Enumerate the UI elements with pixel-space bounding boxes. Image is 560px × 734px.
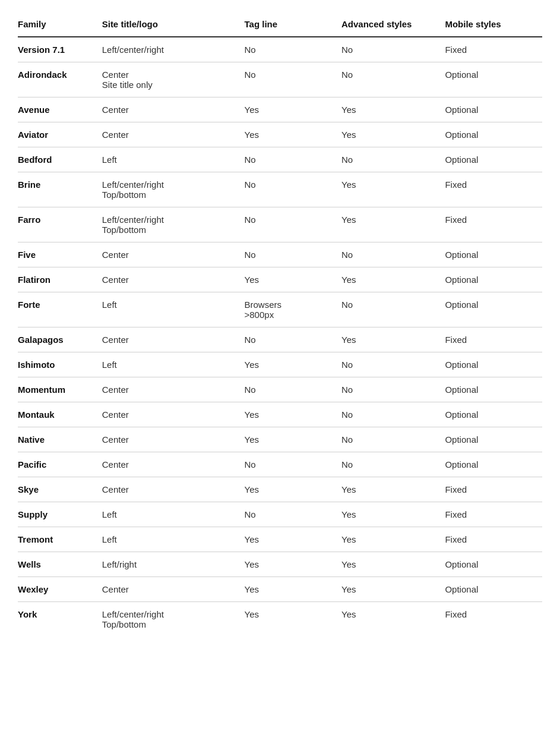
cell-mobile-styles: Optional: [445, 377, 542, 402]
cell-tag-line: Yes: [245, 477, 342, 502]
cell-mobile-styles: Optional: [445, 147, 542, 172]
cell-site-title: Left: [102, 527, 245, 552]
table-row: MomentumCenterNoNoOptional: [18, 377, 542, 402]
cell-mobile-styles: Fixed: [445, 477, 542, 502]
cell-mobile-styles: Fixed: [445, 37, 542, 62]
cell-site-title: CenterSite title only: [102, 62, 245, 97]
table-header-row: Family Site title/logo Tag line Advanced…: [18, 12, 542, 37]
cell-family: Forte: [18, 292, 102, 327]
cell-site-title: Left/center/rightTop/bottom: [102, 602, 245, 637]
cell-site-title: Left/center/rightTop/bottom: [102, 207, 245, 242]
cell-mobile-styles: Optional: [445, 97, 542, 122]
cell-mobile-styles: Optional: [445, 352, 542, 377]
cell-tag-line: No: [245, 207, 342, 242]
cell-mobile-styles: Fixed: [445, 502, 542, 527]
cell-tag-line: No: [245, 147, 342, 172]
cell-advanced-styles: No: [341, 352, 445, 377]
cell-advanced-styles: Yes: [341, 477, 445, 502]
cell-mobile-styles: Optional: [445, 62, 542, 97]
cell-mobile-styles: Fixed: [445, 602, 542, 637]
cell-mobile-styles: Fixed: [445, 327, 542, 352]
table-row: WexleyCenterYesYesOptional: [18, 577, 542, 602]
cell-family: Five: [18, 242, 102, 267]
table-row: PacificCenterNoNoOptional: [18, 452, 542, 477]
cell-family: Bedford: [18, 147, 102, 172]
cell-family: Pacific: [18, 452, 102, 477]
cell-family: Wexley: [18, 577, 102, 602]
cell-tag-line: Yes: [245, 552, 342, 577]
cell-mobile-styles: Optional: [445, 292, 542, 327]
table-row: SupplyLeftNoYesFixed: [18, 502, 542, 527]
table-row: BedfordLeftNoNoOptional: [18, 147, 542, 172]
table-row: BrineLeft/center/rightTop/bottomNoYesFix…: [18, 172, 542, 207]
header-family: Family: [18, 12, 102, 37]
table-row: FiveCenterNoNoOptional: [18, 242, 542, 267]
cell-site-title: Left: [102, 292, 245, 327]
cell-site-title: Center: [102, 242, 245, 267]
table-row: TremontLeftYesYesFixed: [18, 527, 542, 552]
cell-advanced-styles: Yes: [341, 97, 445, 122]
cell-tag-line: Yes: [245, 122, 342, 147]
cell-family: Ishimoto: [18, 352, 102, 377]
cell-site-title: Center: [102, 267, 245, 292]
cell-tag-line: Yes: [245, 602, 342, 637]
cell-advanced-styles: Yes: [341, 172, 445, 207]
table-row: WellsLeft/rightYesYesOptional: [18, 552, 542, 577]
cell-advanced-styles: No: [341, 62, 445, 97]
cell-family: Galapagos: [18, 327, 102, 352]
cell-mobile-styles: Optional: [445, 267, 542, 292]
table-row: AviatorCenterYesYesOptional: [18, 122, 542, 147]
cell-site-title: Center: [102, 377, 245, 402]
cell-site-title: Left: [102, 502, 245, 527]
cell-mobile-styles: Fixed: [445, 172, 542, 207]
table-row: YorkLeft/center/rightTop/bottomYesYesFix…: [18, 602, 542, 637]
table-row: Version 7.1Left/center/rightNoNoFixed: [18, 37, 542, 62]
cell-family: York: [18, 602, 102, 637]
cell-mobile-styles: Optional: [445, 552, 542, 577]
cell-family: Version 7.1: [18, 37, 102, 62]
cell-site-title: Center: [102, 327, 245, 352]
header-advanced-styles: Advanced styles: [341, 12, 445, 37]
cell-site-title: Left/center/right: [102, 37, 245, 62]
table-row: AdirondackCenterSite title onlyNoNoOptio…: [18, 62, 542, 97]
cell-mobile-styles: Optional: [445, 427, 542, 452]
cell-advanced-styles: No: [341, 427, 445, 452]
header-tag-line: Tag line: [245, 12, 342, 37]
cell-site-title: Center: [102, 97, 245, 122]
cell-mobile-styles: Optional: [445, 402, 542, 427]
cell-mobile-styles: Fixed: [445, 207, 542, 242]
cell-tag-line: Yes: [245, 527, 342, 552]
cell-site-title: Left/right: [102, 552, 245, 577]
cell-tag-line: Yes: [245, 577, 342, 602]
table-row: SkyeCenterYesYesFixed: [18, 477, 542, 502]
cell-advanced-styles: No: [341, 147, 445, 172]
cell-family: Montauk: [18, 402, 102, 427]
cell-advanced-styles: Yes: [341, 207, 445, 242]
cell-site-title: Left: [102, 352, 245, 377]
cell-family: Native: [18, 427, 102, 452]
cell-family: Adirondack: [18, 62, 102, 97]
cell-advanced-styles: Yes: [341, 122, 445, 147]
cell-mobile-styles: Optional: [445, 577, 542, 602]
cell-tag-line: Yes: [245, 97, 342, 122]
cell-tag-line: No: [245, 172, 342, 207]
cell-tag-line: Yes: [245, 427, 342, 452]
header-mobile-styles: Mobile styles: [445, 12, 542, 37]
header-site-title: Site title/logo: [102, 12, 245, 37]
cell-tag-line: No: [245, 62, 342, 97]
cell-advanced-styles: Yes: [341, 602, 445, 637]
cell-site-title: Center: [102, 402, 245, 427]
table-row: GalapagosCenterNoYesFixed: [18, 327, 542, 352]
cell-tag-line: No: [245, 452, 342, 477]
cell-advanced-styles: No: [341, 452, 445, 477]
cell-tag-line: No: [245, 37, 342, 62]
cell-family: Aviator: [18, 122, 102, 147]
cell-tag-line: Yes: [245, 402, 342, 427]
cell-mobile-styles: Optional: [445, 122, 542, 147]
cell-site-title: Left/center/rightTop/bottom: [102, 172, 245, 207]
cell-mobile-styles: Fixed: [445, 527, 542, 552]
cell-family: Tremont: [18, 527, 102, 552]
cell-advanced-styles: No: [341, 37, 445, 62]
cell-family: Momentum: [18, 377, 102, 402]
cell-tag-line: Yes: [245, 352, 342, 377]
